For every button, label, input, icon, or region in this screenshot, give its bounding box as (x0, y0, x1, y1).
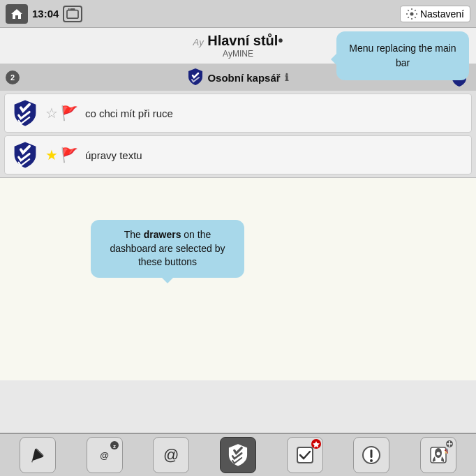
page-title: Ay Hlavní stůl• (193, 33, 283, 49)
checklist-badge (311, 439, 321, 449)
drawer-section: 2 Osobní kapsář ℹ ✕ (0, 64, 476, 178)
tooltip-menu: Menu replacing the main bar (336, 31, 469, 80)
toolbar-btn-abc-at[interactable]: @ z (87, 437, 123, 473)
tooltip-drawers-text: The drawers on the dashboard are selecte… (110, 229, 225, 267)
svg-rect-2 (70, 8, 75, 10)
nastaveni-button[interactable]: Nastavení (400, 6, 470, 22)
drawer-shield-icon (188, 68, 203, 88)
title-center: Ay Hlavní stůl• AyMINE (193, 33, 283, 59)
svg-marker-10 (313, 441, 320, 447)
svg-rect-12 (371, 449, 373, 458)
svg-point-4 (410, 12, 413, 15)
drawer-info-icon: ℹ (285, 72, 288, 83)
toolbar-btn-shield[interactable] (220, 437, 256, 473)
item-label: úpravy textu (85, 149, 142, 161)
star-empty-icon: ☆ (45, 105, 58, 121)
page-subtitle: AyMINE (193, 49, 283, 59)
top-bar-left: 13:04 (6, 4, 400, 24)
toolbar-btn-at[interactable]: @ (153, 437, 189, 473)
drawer-badge: 2 (6, 70, 20, 84)
toolbar-btn-checklist[interactable] (287, 437, 323, 473)
star-filled-icon: ★ (45, 147, 58, 163)
svg-rect-1 (67, 10, 78, 18)
item-icons: ★ 🚩 (45, 147, 78, 163)
drawer-title-text: Osobní kapsář (207, 72, 280, 84)
screenshot-icon[interactable] (63, 6, 82, 22)
drawer-item[interactable]: ☆ 🚩 co chci mít při ruce (4, 94, 472, 133)
svg-point-13 (370, 459, 373, 462)
svg-point-16 (437, 452, 440, 456)
drawer-title: Osobní kapsář ℹ (188, 68, 288, 88)
svg-text:z: z (113, 443, 116, 449)
item-shield-icon (12, 100, 38, 126)
tooltip-menu-text: Menu replacing the main bar (349, 43, 456, 68)
main-content: The drawers on the dashboard are selecte… (0, 178, 476, 380)
time-display: 13:04 (32, 8, 59, 20)
at-label: @ (163, 446, 179, 464)
toolbar-btn-rocket[interactable]: 🚀 (420, 437, 456, 473)
svg-marker-0 (11, 9, 22, 19)
top-bar: 13:04 Nastavení (0, 0, 476, 28)
flag-icon: 🚩 (61, 147, 78, 163)
tooltip-drawers: The drawers on the dashboard are selecte… (91, 220, 244, 278)
item-icons: ☆ 🚩 (45, 105, 78, 121)
nastaveni-label: Nastavení (420, 8, 464, 20)
abc-at-label: @ (100, 450, 109, 461)
bottom-toolbar: @ z @ (0, 433, 476, 476)
item-label: co chci mít při ruce (85, 107, 173, 119)
toolbar-btn-pen[interactable] (20, 437, 56, 473)
flag-icon: 🚩 (61, 105, 78, 121)
home-icon[interactable] (6, 4, 28, 24)
drawer-item[interactable]: ★ 🚩 úpravy textu (4, 135, 472, 174)
item-shield-icon (12, 142, 38, 168)
toolbar-btn-exclamation[interactable] (353, 437, 389, 473)
